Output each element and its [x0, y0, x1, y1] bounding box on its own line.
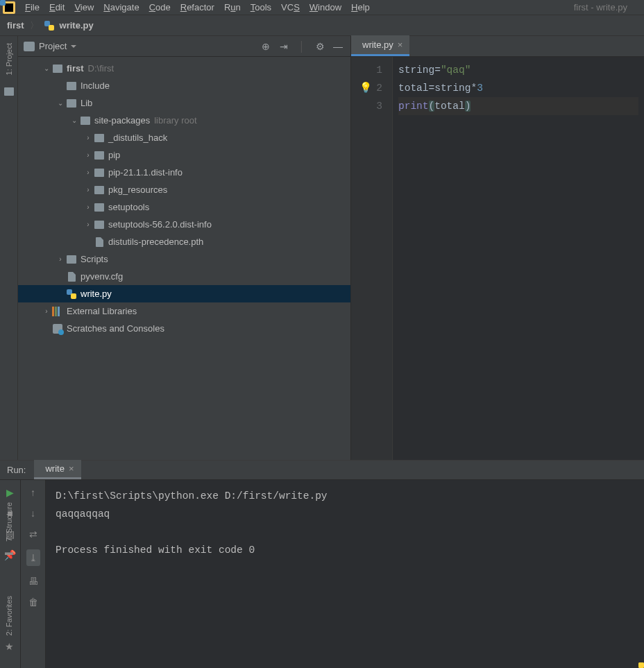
code-line[interactable]: string="qaq": [398, 61, 638, 79]
chevron-right-icon[interactable]: ›: [56, 255, 65, 263]
menu-file[interactable]: File: [25, 2, 40, 12]
down-icon[interactable]: ↓: [31, 508, 35, 519]
tree-node[interactable]: ›pip: [18, 146, 350, 164]
menu-navigate[interactable]: Navigate: [103, 2, 139, 12]
chevron-down-icon[interactable]: ⌄: [42, 65, 51, 72]
tool-tab-favorites[interactable]: 2: Favorites: [3, 593, 15, 638]
close-icon[interactable]: ×: [398, 40, 403, 50]
run-label: Run:: [7, 465, 26, 479]
chevron-right-icon[interactable]: ›: [83, 221, 93, 228]
folder-icon: [67, 255, 76, 264]
editor-code[interactable]: string="qaq"total=string*3print(total): [393, 57, 644, 460]
scroll-icon[interactable]: ⤓: [26, 549, 40, 566]
project-view-icon: [24, 42, 35, 51]
tree-node[interactable]: ›setuptools: [18, 198, 350, 216]
menu-vcs[interactable]: VCS: [281, 2, 300, 12]
chevron-right-icon[interactable]: ›: [83, 169, 93, 176]
wrap-icon[interactable]: ⇄: [29, 529, 37, 540]
collapse-all-icon[interactable]: ⇥: [277, 41, 291, 52]
project-header: Project ⊕ ⇥ │ ⚙ —: [18, 36, 350, 57]
left-tool-stripe: 1: Project: [0, 36, 18, 460]
folder-icon: [94, 169, 104, 177]
tool-tab-project[interactable]: 1: Project: [3, 40, 15, 78]
breadcrumb-sep-icon: 〉: [30, 19, 39, 32]
python-file-icon: [67, 289, 76, 299]
editor-tab-write[interactable]: write.py ×: [351, 35, 409, 56]
tree-hint: library root: [154, 115, 196, 126]
tree-label: pip-21.1.1.dist-info: [108, 167, 183, 178]
chevron-down-icon[interactable]: ⌄: [56, 99, 65, 107]
star-icon: ★: [5, 641, 14, 652]
tree-node[interactable]: ›setuptools-56.2.0.dist-info: [18, 216, 350, 233]
tree-node[interactable]: Scratches and Consoles: [18, 320, 350, 337]
editor-tab-label: write.py: [362, 40, 393, 50]
tree-node[interactable]: distutils-precedence.pth: [18, 233, 350, 250]
menu-window[interactable]: Window: [310, 2, 341, 12]
tool-tab-structure[interactable]: 7: Structure: [3, 499, 15, 545]
menu-tools[interactable]: Tools: [251, 2, 271, 12]
tree-node[interactable]: write.py: [18, 285, 350, 302]
tree-node[interactable]: ›pip-21.1.1.dist-info: [18, 164, 350, 181]
folder-icon: [94, 203, 104, 212]
chevron-right-icon[interactable]: ›: [83, 186, 93, 194]
chevron-down-icon[interactable]: ⌄: [69, 117, 79, 124]
line-number: 💡2: [351, 79, 382, 97]
chevron-right-icon[interactable]: ›: [83, 203, 93, 211]
scratch-icon: [53, 324, 62, 334]
project-tree[interactable]: ⌄firstD:\firstInclude⌄Lib⌄site-packagesl…: [18, 57, 350, 460]
chevron-right-icon[interactable]: ›: [42, 307, 51, 315]
tree-node[interactable]: ⌄site-packageslibrary root: [18, 112, 350, 129]
tree-label: setuptools: [108, 202, 149, 212]
folder-icon: [94, 186, 104, 194]
folder-icon: [94, 221, 104, 229]
tree-label: first: [67, 63, 84, 74]
tree-node[interactable]: ›External Libraries: [18, 302, 350, 320]
code-line[interactable]: print(total): [398, 97, 638, 115]
breadcrumb-file[interactable]: write.py: [44, 20, 94, 31]
tree-node[interactable]: ›_distutils_hack: [18, 129, 350, 146]
tree-node[interactable]: ⌄firstD:\first: [18, 60, 350, 77]
tree-label: Lib: [80, 98, 92, 108]
chevron-right-icon[interactable]: ›: [83, 151, 93, 159]
menu-help[interactable]: Help: [351, 2, 370, 12]
tree-label: pyvenv.cfg: [80, 271, 123, 282]
editor-body[interactable]: 1💡23 string="qaq"total=string*3print(tot…: [351, 57, 644, 460]
menu-refactor[interactable]: Refactor: [180, 2, 214, 12]
bulb-icon[interactable]: 💡: [359, 79, 372, 97]
gear-icon[interactable]: ⚙: [313, 41, 327, 52]
menu-run[interactable]: Run: [224, 2, 241, 12]
tree-label: pkg_resources: [108, 185, 167, 195]
tree-node[interactable]: ›Scripts: [18, 250, 350, 268]
chevron-down-icon[interactable]: [71, 45, 76, 51]
menu-code[interactable]: Code: [149, 2, 171, 12]
up-icon[interactable]: ↑: [31, 487, 35, 498]
trash-icon[interactable]: 🗑: [28, 597, 38, 608]
tree-label: site-packages: [94, 115, 150, 126]
minimize-icon[interactable]: —: [331, 41, 345, 52]
tree-node[interactable]: ›pkg_resources: [18, 181, 350, 198]
folder-icon: [94, 134, 104, 142]
run-header: Run: write ×: [0, 461, 644, 480]
editor-tabs: write.py ×: [351, 36, 644, 57]
tree-node[interactable]: Include: [18, 77, 350, 94]
file-icon: [68, 272, 76, 282]
tree-node[interactable]: ⌄Lib: [18, 94, 350, 112]
play-icon[interactable]: ▶: [6, 487, 14, 498]
code-line[interactable]: total=string*3: [398, 79, 638, 97]
menu-edit[interactable]: Edit: [49, 2, 65, 12]
project-header-title[interactable]: Project: [39, 41, 67, 51]
breadcrumb-root[interactable]: first: [7, 20, 24, 31]
close-icon[interactable]: ×: [69, 463, 74, 474]
library-icon: [52, 307, 63, 316]
run-tab-write[interactable]: write ×: [34, 460, 80, 479]
menu-view[interactable]: View: [74, 2, 94, 12]
tree-label: pip: [108, 150, 120, 160]
tree-label: setuptools-56.2.0.dist-info: [108, 219, 212, 230]
menubar: File Edit View Navigate Code Refactor Ru…: [0, 0, 644, 15]
project-tool-window: Project ⊕ ⇥ │ ⚙ — ⌄firstD:\firstInclude⌄…: [18, 36, 351, 460]
console-output[interactable]: D:\first\Scripts\python.exe D:/first/wri…: [46, 480, 644, 668]
locate-icon[interactable]: ⊕: [259, 41, 273, 52]
print-icon[interactable]: 🖶: [28, 576, 38, 587]
chevron-right-icon[interactable]: ›: [83, 134, 93, 142]
tree-node[interactable]: pyvenv.cfg: [18, 268, 350, 285]
